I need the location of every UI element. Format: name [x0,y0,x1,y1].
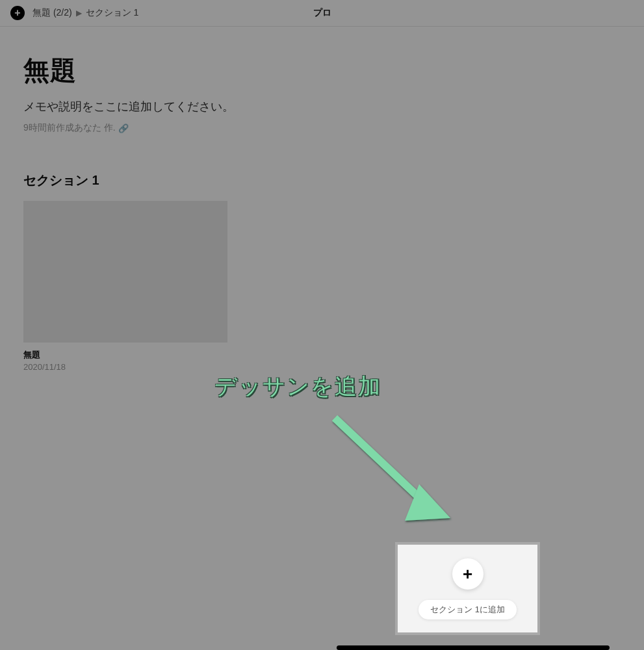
home-indicator [337,645,610,650]
link-icon[interactable]: 🔗 [118,124,129,133]
main-content: 無題 メモや説明をここに追加してください。 9時間前作成あなた 作. 🔗 セクシ… [0,27,644,372]
add-canvas-button[interactable]: + [452,558,483,590]
canvas-thumbnail[interactable] [23,201,227,343]
breadcrumb-item-2[interactable]: セクション 1 [86,7,139,19]
breadcrumb-item-1[interactable]: 無題 (2/2) [32,7,72,19]
add-to-section-button[interactable]: セクション 1に追加 [419,600,517,619]
topbar-center-label[interactable]: プロ [313,7,331,19]
page-meta: 9時間前作成あなた 作. 🔗 [23,122,621,134]
plus-icon: + [14,7,20,19]
add-button[interactable]: + [10,6,25,20]
svg-marker-1 [405,484,450,521]
svg-line-0 [335,418,426,504]
annotation-arrow-icon [322,406,465,536]
section-heading: セクション 1 [23,172,621,189]
meta-text: 9時間前作成あなた 作. [23,122,116,134]
description-placeholder[interactable]: メモや説明をここに追加してください。 [23,99,621,114]
canvas-date: 2020/11/18 [23,362,227,372]
chevron-right-icon: ▶ [76,8,82,18]
breadcrumb: 無題 (2/2) ▶ セクション 1 [32,7,138,19]
topbar: + 無題 (2/2) ▶ セクション 1 プロ [0,0,644,27]
annotation-text: デッサンを追加 [214,372,381,402]
add-panel: + セクション 1に追加 [398,545,537,632]
canvas-title[interactable]: 無題 [23,349,227,361]
page-title[interactable]: 無題 [23,53,621,88]
plus-icon: + [463,566,472,582]
canvas-card: 無題 2020/11/18 [23,201,227,372]
